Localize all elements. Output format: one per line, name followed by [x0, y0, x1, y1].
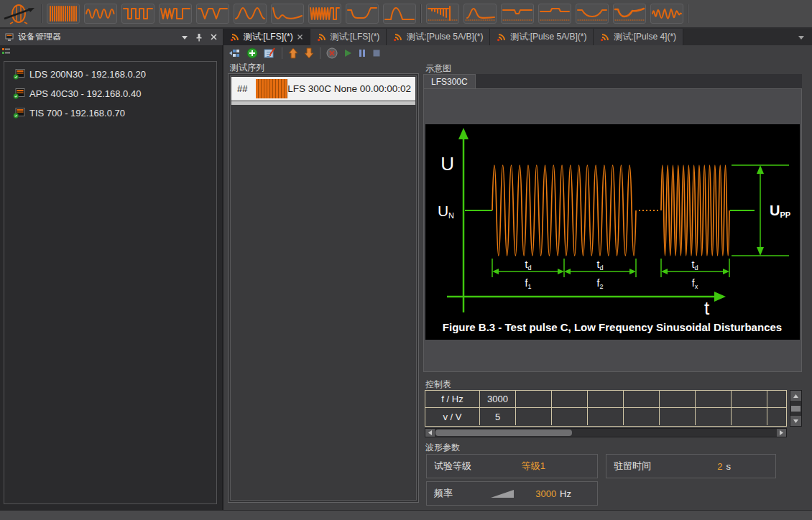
table-cell[interactable]: 3000	[480, 391, 516, 408]
frequency-value[interactable]: 3000	[535, 488, 556, 499]
toolbar-separator	[41, 4, 42, 23]
device-item-aps40c30[interactable]: APS 40C30 - 192.168.0.40	[4, 84, 216, 103]
table-cell[interactable]	[624, 391, 660, 408]
frequency-field[interactable]: 频率 3000 Hz	[426, 481, 598, 506]
tab-test-pulse4[interactable]: 测试:[Pulse 4](*)	[594, 29, 683, 45]
sequence-scrollbar[interactable]	[231, 101, 415, 105]
waveform-double-dip-button[interactable]	[196, 4, 229, 24]
frequency-unit: Hz	[556, 488, 571, 499]
control-table: f / Hz 3000 v / V 5	[425, 390, 787, 427]
row-header-voltage: v / V	[425, 408, 480, 425]
waveform-step-decay-button[interactable]	[271, 4, 304, 24]
figure-arrowhead	[629, 269, 636, 274]
table-cell[interactable]	[732, 391, 767, 408]
waveform-decaying-spikes-button[interactable]	[426, 4, 459, 24]
scroll-up-button[interactable]	[790, 391, 801, 401]
waveform-pulse-train-button[interactable]	[308, 4, 341, 24]
table-cell[interactable]	[660, 391, 696, 408]
table-cell[interactable]	[767, 391, 787, 408]
control-table-group: 控制表 f / Hz 3000 v / V 5	[423, 379, 802, 440]
waveform-shallow-dip-button[interactable]	[576, 4, 609, 24]
device-item-lds200n30[interactable]: LDS 200N30 - 192.168.0.20	[4, 65, 216, 84]
edit-step-icon[interactable]	[264, 47, 276, 59]
horizontal-scrollbar[interactable]	[425, 428, 787, 437]
waveform-double-hump-button[interactable]	[234, 4, 267, 24]
figure-t-label: t	[704, 297, 710, 319]
tab-close-icon[interactable]	[297, 34, 303, 40]
scroll-right-button[interactable]	[777, 429, 786, 437]
schematic-title: 示意图	[423, 63, 802, 74]
table-cell[interactable]	[732, 408, 767, 425]
table-cell[interactable]	[660, 408, 696, 425]
test-level-value[interactable]: 等级1	[522, 460, 545, 473]
tab-list-chevron-down-icon[interactable]	[798, 34, 805, 40]
add-step-icon[interactable]	[246, 47, 258, 59]
waveform-am-sine-button[interactable]	[650, 4, 683, 24]
pause-icon[interactable]	[358, 49, 366, 57]
table-cell[interactable]	[696, 391, 732, 408]
signal-icon	[497, 32, 507, 42]
figure-arrowhead	[492, 269, 499, 274]
table-cell[interactable]	[696, 408, 732, 425]
waveform-dip-rise-button[interactable]	[613, 4, 646, 24]
stop-icon[interactable]	[372, 49, 381, 57]
waveform-pulse-dotted-button[interactable]	[463, 4, 497, 24]
ramp-icon	[489, 488, 515, 499]
table-cell[interactable]	[588, 391, 624, 408]
test-level-field[interactable]: 试验等级 等级1	[426, 454, 598, 478]
table-cell[interactable]	[624, 408, 660, 425]
table-cell[interactable]	[516, 408, 552, 425]
table-cell[interactable]	[767, 408, 787, 425]
sequence-row[interactable]: ## LFS 300C None 00.00:00:02	[231, 77, 415, 101]
waveform-single-pulse-button[interactable]	[383, 4, 416, 24]
dwell-time-unit: s	[723, 461, 732, 472]
move-up-icon[interactable]	[288, 47, 298, 59]
waveform-square-pulses-button[interactable]	[121, 4, 154, 24]
table-cell[interactable]	[552, 391, 588, 408]
waveform-line-step-button[interactable]	[538, 4, 571, 24]
schematic-tab-strip: LFS300C	[423, 74, 802, 88]
toolbar-separator	[420, 4, 422, 23]
figure-upp-arrowhead-top	[757, 165, 764, 174]
tab-test-lfs-1[interactable]: 测试:[LFS](*)	[223, 29, 310, 45]
chevron-down-icon[interactable]	[181, 34, 188, 40]
figure-upp-arrowhead-bottom	[757, 247, 764, 256]
waveform-dip-recover-button[interactable]	[346, 4, 379, 24]
mini-grid-icon	[2, 47, 11, 55]
scroll-thumb[interactable]	[435, 430, 572, 436]
figure-td1-label: td	[525, 259, 532, 271]
waveform-sine-square-combo-button[interactable]	[159, 4, 192, 24]
device-manager-header[interactable]: 设备管理器	[0, 29, 223, 45]
scroll-thumb[interactable]	[791, 406, 801, 412]
scroll-left-button[interactable]	[425, 429, 435, 437]
tab-test-pulse5ab-1[interactable]: 测试:[Pulse 5A/B](*)	[387, 29, 490, 45]
tab-test-lfs-2[interactable]: 测试:[LFS](*)	[310, 29, 387, 45]
table-cell[interactable]	[552, 408, 588, 425]
pin-icon[interactable]	[195, 33, 203, 42]
device-manager-title: 设备管理器	[5, 31, 61, 43]
delete-step-icon[interactable]	[326, 47, 338, 59]
main-toolbar	[0, 0, 812, 29]
waveform-sine-burst-button[interactable]	[47, 4, 80, 24]
dwell-time-value[interactable]: 2	[717, 461, 722, 472]
insert-sequence-icon[interactable]	[229, 48, 241, 58]
move-down-icon[interactable]	[304, 47, 314, 59]
dwell-time-field[interactable]: 驻留时间 2 s	[606, 454, 776, 478]
waveform-sine-wave-button[interactable]	[84, 4, 117, 24]
close-icon[interactable]	[210, 33, 218, 41]
tab-test-pulse5ab-2[interactable]: 测试:[Pulse 5A/B](*)	[490, 29, 594, 45]
device-item-tis700[interactable]: TIS 700 - 192.168.0.70	[4, 103, 216, 123]
schematic-tab-lfs300c[interactable]: LFS300C	[423, 74, 476, 88]
main-area: LDS 200N30 - 192.168.0.20 APS 40C30 - 19…	[0, 45, 812, 510]
sequence-toolbar	[225, 45, 422, 61]
figure-f1-label: f1	[525, 277, 532, 290]
figure-arrowhead	[723, 269, 729, 274]
scroll-down-button[interactable]	[790, 416, 801, 426]
device-manager-panel: LDS 200N30 - 192.168.0.20 APS 40C30 - 19…	[0, 45, 223, 510]
vertical-scrollbar[interactable]	[790, 390, 802, 427]
table-cell[interactable]: 5	[480, 408, 516, 425]
run-icon[interactable]	[343, 49, 352, 57]
waveform-line-notch-button[interactable]	[501, 4, 534, 24]
table-cell[interactable]	[588, 408, 624, 425]
table-cell[interactable]	[516, 391, 552, 408]
